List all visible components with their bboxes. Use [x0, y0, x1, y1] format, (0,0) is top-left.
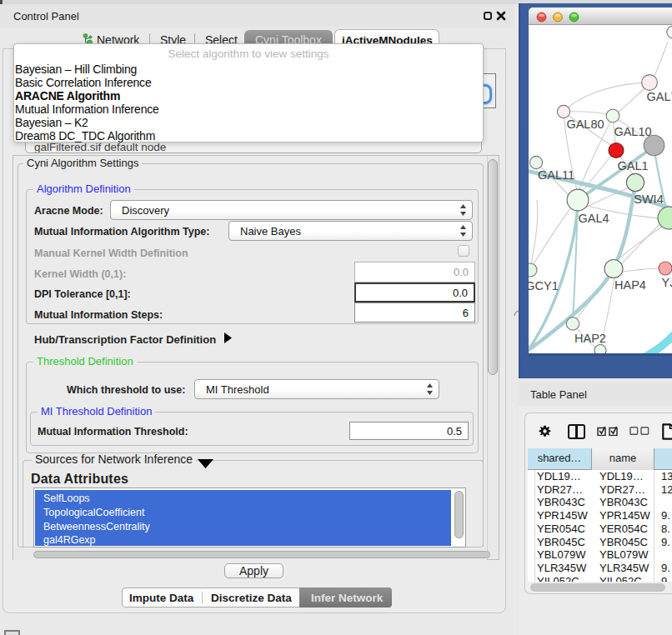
svg-text:GAL7: GAL7 — [646, 90, 672, 103]
svg-text:GCY1: GCY1 — [529, 279, 559, 292]
svg-text:GAL80: GAL80 — [566, 118, 604, 131]
svg-text:YJ: YJ — [662, 276, 672, 289]
svg-text:GAL11: GAL11 — [538, 168, 574, 182]
svg-text:GAL4: GAL4 — [578, 212, 609, 225]
svg-text:GAL1: GAL1 — [617, 159, 648, 172]
svg-text:HAP2: HAP2 — [574, 332, 606, 345]
svg-text:HAP4: HAP4 — [614, 278, 646, 292]
svg-text:GAL10: GAL10 — [614, 125, 651, 138]
svg-text:SWI4: SWI4 — [634, 192, 663, 206]
